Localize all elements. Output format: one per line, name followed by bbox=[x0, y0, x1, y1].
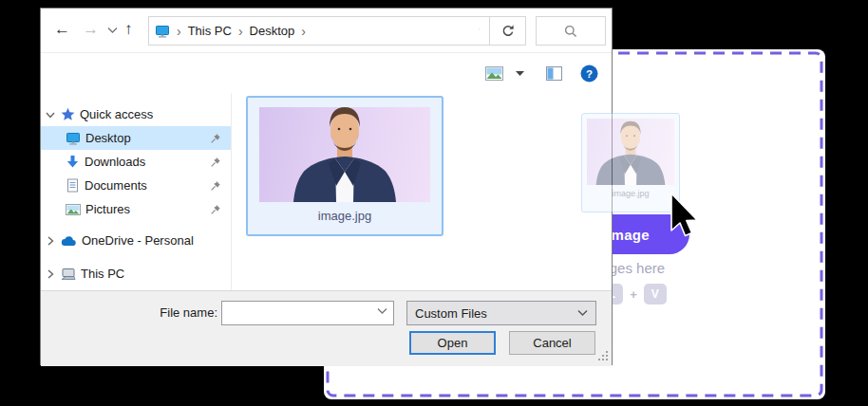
drag-ghost-label: image.jpg bbox=[582, 189, 679, 198]
desktop-location-icon bbox=[155, 24, 170, 39]
drag-ghost-tile: image.jpg bbox=[581, 113, 680, 212]
svg-text:?: ? bbox=[586, 67, 593, 79]
drag-ghost-thumbnail bbox=[587, 119, 674, 185]
file-name-input[interactable] bbox=[221, 301, 394, 325]
sidebar-item-downloads[interactable]: Downloads bbox=[41, 150, 231, 174]
search-input[interactable] bbox=[536, 16, 606, 46]
search-icon bbox=[563, 24, 578, 39]
chevron-right-icon[interactable] bbox=[45, 268, 56, 280]
chevron-right-icon[interactable] bbox=[45, 235, 56, 247]
this-pc-icon bbox=[61, 268, 76, 281]
sidebar-item-onedrive[interactable]: OneDrive - Personal bbox=[41, 229, 231, 252]
downloads-icon bbox=[66, 155, 80, 169]
documents-icon bbox=[66, 178, 80, 193]
pin-icon[interactable] bbox=[210, 133, 221, 144]
v-key-badge: V bbox=[644, 284, 667, 304]
open-button[interactable]: Open bbox=[409, 331, 496, 355]
downloads-label: Downloads bbox=[85, 155, 145, 169]
refresh-icon bbox=[500, 24, 516, 39]
breadcrumb-separator: › bbox=[172, 24, 186, 39]
chevron-down-icon bbox=[577, 309, 588, 317]
this-pc-label: This PC bbox=[81, 267, 124, 281]
view-controls: ? bbox=[485, 53, 598, 93]
history-chevron-icon[interactable] bbox=[107, 27, 118, 34]
pictures-label: Pictures bbox=[85, 202, 130, 216]
quick-access-star-icon bbox=[61, 107, 75, 121]
back-button[interactable]: ← bbox=[54, 20, 70, 39]
desktop-label: Desktop bbox=[85, 131, 131, 145]
pictures-icon bbox=[66, 203, 81, 216]
person-photo bbox=[587, 119, 674, 185]
sidebar-item-desktop[interactable]: Desktop bbox=[41, 126, 231, 150]
file-tile-image-jpg[interactable]: image.jpg bbox=[246, 96, 443, 236]
breadcrumb: › This PC › Desktop › bbox=[149, 24, 460, 39]
file-type-select[interactable]: Custom Files bbox=[406, 301, 596, 325]
refresh-button[interactable] bbox=[489, 17, 525, 45]
resize-grip[interactable] bbox=[598, 351, 609, 361]
sidebar-item-pictures[interactable]: Pictures bbox=[41, 197, 231, 221]
breadcrumb-separator: › bbox=[296, 24, 311, 39]
cancel-button[interactable]: Cancel bbox=[509, 331, 595, 355]
file-name-dropdown-icon[interactable] bbox=[377, 307, 387, 315]
pin-icon[interactable] bbox=[210, 180, 221, 192]
thumbnail-view-icon[interactable] bbox=[485, 66, 503, 81]
sidebar-item-quick-access[interactable]: Quick access bbox=[41, 102, 231, 126]
mouse-cursor-icon bbox=[669, 192, 701, 241]
file-open-dialog: ← → ↑ › This PC › Desktop › bbox=[40, 8, 613, 365]
address-dropdown-icon[interactable] bbox=[460, 28, 489, 35]
view-dropdown-caret-icon[interactable] bbox=[516, 71, 524, 76]
screenshot-root: Upload Image or drop images here CTRL + … bbox=[0, 0, 868, 406]
file-name-label: image.jpg bbox=[248, 209, 442, 223]
plus-separator: + bbox=[630, 287, 637, 302]
address-bar[interactable]: › This PC › Desktop › bbox=[148, 16, 526, 46]
breadcrumb-separator: › bbox=[234, 24, 248, 39]
pin-icon[interactable] bbox=[210, 157, 221, 168]
preview-pane-icon[interactable] bbox=[546, 66, 562, 81]
onedrive-cloud-icon bbox=[61, 235, 77, 247]
sidebar-item-documents[interactable]: Documents bbox=[41, 174, 231, 197]
file-thumbnail bbox=[259, 107, 430, 202]
documents-label: Documents bbox=[85, 178, 147, 193]
chevron-down-icon[interactable] bbox=[45, 109, 56, 120]
navigation-sidebar: Quick access Desktop Downloads bbox=[41, 93, 232, 290]
file-name-field-label: File name: bbox=[159, 305, 217, 320]
onedrive-label: OneDrive - Personal bbox=[82, 233, 194, 248]
up-button[interactable]: ↑ bbox=[124, 20, 133, 39]
person-photo bbox=[259, 107, 430, 202]
file-type-value: Custom Files bbox=[415, 306, 487, 321]
breadcrumb-this-pc[interactable]: This PC bbox=[188, 24, 232, 38]
breadcrumb-desktop[interactable]: Desktop bbox=[250, 24, 295, 38]
navigation-bar: ← → ↑ › This PC › Desktop › bbox=[41, 9, 612, 53]
desktop-icon bbox=[66, 131, 81, 146]
sidebar-item-this-pc[interactable]: This PC bbox=[41, 262, 231, 286]
quick-access-label: Quick access bbox=[80, 107, 153, 121]
forward-button[interactable]: → bbox=[83, 20, 99, 39]
help-icon[interactable]: ? bbox=[580, 65, 598, 83]
pin-icon[interactable] bbox=[210, 204, 221, 215]
